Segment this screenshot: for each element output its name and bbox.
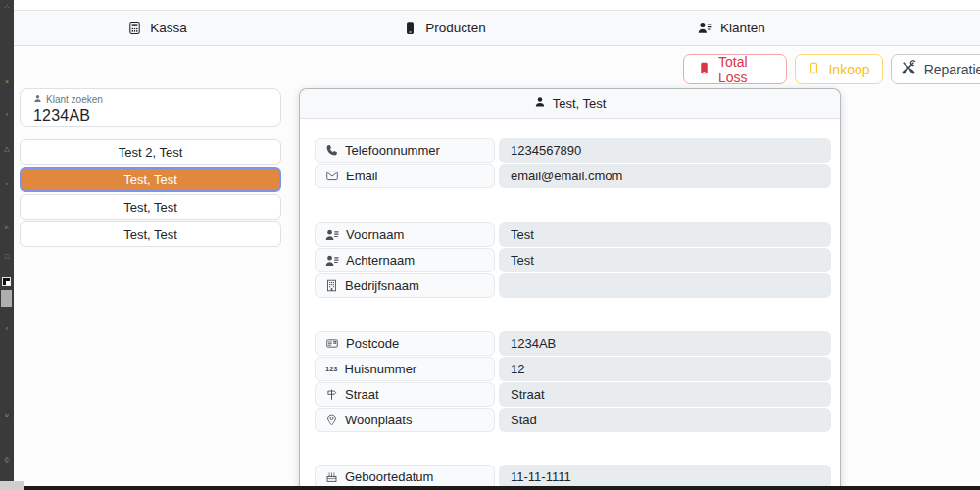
customer-list-item-selected[interactable]: Test, Test — [20, 167, 281, 192]
field-label: Postcode — [315, 331, 495, 356]
tab-kassa[interactable]: Kassa — [14, 11, 301, 45]
field-label-text: Achternaam — [346, 253, 415, 268]
field-value[interactable]: 12 — [499, 357, 831, 381]
field-label: Achternaam — [315, 248, 495, 272]
main-navbar: Kassa Producten Klanten V — [14, 10, 980, 46]
field-label: Straat — [315, 382, 495, 407]
strip-glyph-icon: v — [0, 412, 14, 419]
signpost-icon — [325, 388, 338, 401]
phone-outline-icon — [808, 61, 820, 78]
inkoop-button[interactable]: Inkoop — [795, 54, 883, 84]
tab-label: Kassa — [150, 21, 187, 35]
customer-detail-panel: Test, Test Telefoonnummer 1234567890 Ema… — [299, 88, 841, 490]
field-label-text: Geboortedatum — [345, 469, 433, 484]
person-lines-icon — [698, 21, 712, 35]
search-value: 1234AB — [33, 106, 268, 124]
field-row-achternaam: Achternaam Test — [315, 248, 831, 272]
strip-glyph-icon: △ — [0, 145, 14, 153]
field-row-voornaam: Voornaam Test — [315, 222, 831, 247]
field-row-telefoonnummer: Telefoonnummer 1234567890 — [315, 138, 831, 163]
strip-glyph-icon: ∴ — [0, 3, 14, 11]
field-label-text: Straat — [345, 387, 379, 402]
field-label-text: Telefoonnummer — [345, 143, 440, 158]
field-label: Telefoonnummer — [315, 138, 495, 163]
field-value[interactable] — [499, 273, 831, 298]
customer-list-item[interactable]: Test, Test — [20, 221, 281, 247]
field-row-email: Email email@email.cmom — [315, 164, 831, 188]
reparatie-button[interactable]: Reparatie — [891, 54, 980, 84]
total-loss-button[interactable]: Total Loss — [683, 54, 787, 84]
field-value[interactable]: Stad — [499, 408, 831, 432]
customer-list-item[interactable]: Test, Test — [20, 194, 281, 220]
field-value[interactable]: Straat — [499, 382, 831, 407]
field-row-straat: Straat Straat — [315, 382, 831, 407]
strip-glyph-icon: □ — [0, 253, 14, 261]
strip-glyph-icon: ▹ — [0, 223, 14, 231]
button-label: Inkoop — [828, 62, 869, 77]
field-label: Voornaam — [315, 222, 495, 247]
field-value[interactable]: 1234567890 — [499, 138, 831, 163]
postcard-icon — [325, 337, 339, 350]
numbers-123-icon: 123 — [325, 365, 338, 373]
field-value[interactable]: Test — [499, 222, 831, 247]
field-value[interactable]: Test — [499, 248, 831, 272]
search-label: Klant zoeken — [46, 94, 103, 106]
field-label-text: Woonplaats — [345, 413, 412, 427]
field-label: Bedrijfsnaam — [315, 273, 495, 298]
strip-glyph-icon: ‹ — [0, 111, 14, 119]
button-label: Total Loss — [718, 54, 772, 85]
field-row-postcode: Postcode 1234AB — [315, 331, 831, 356]
field-row-woonplaats: Woonplaats Stad — [315, 408, 831, 432]
person-lines-icon — [325, 228, 339, 242]
button-label: Reparatie — [924, 62, 980, 77]
panel-title: Test, Test — [553, 96, 607, 111]
tab-verkopen[interactable]: V — [875, 11, 980, 45]
customer-list-item[interactable]: Test 2, Test — [20, 139, 281, 165]
strip-glyph-icon: ‹ — [0, 325, 14, 333]
field-value[interactable]: email@email.cmom — [499, 164, 831, 188]
app-window: ∴ × ‹ △ ▫ ▹ □ ‹ v © Kassa Producten — [0, 0, 980, 490]
field-label-text: Email — [346, 169, 378, 183]
tab-producten[interactable]: Producten — [301, 11, 588, 45]
cash-register-icon — [127, 21, 142, 35]
person-icon — [33, 94, 42, 106]
field-label-text: Postcode — [346, 336, 399, 351]
customer-search-input[interactable]: Klant zoeken 1234AB — [20, 88, 281, 127]
field-label: 123 Huisnummer — [315, 357, 495, 381]
tab-label: Klanten — [720, 21, 765, 35]
cake-icon — [325, 470, 338, 483]
field-label-text: Bedrijfsnaam — [345, 278, 419, 293]
field-row-huisnummer: 123 Huisnummer 12 — [315, 357, 831, 381]
panel-header: Test, Test — [300, 89, 840, 119]
tab-klanten[interactable]: Klanten — [588, 11, 875, 45]
gray-swatch-icon — [1, 290, 12, 307]
person-icon — [534, 96, 546, 111]
search-label-row: Klant zoeken — [33, 94, 268, 106]
field-row-bedrijfsnaam: Bedrijfsnaam — [315, 273, 831, 298]
left-tool-strip: ∴ × ‹ △ ▫ ▹ □ ‹ v © — [0, 0, 14, 481]
envelope-icon — [325, 170, 339, 182]
strip-glyph-icon: © — [0, 457, 14, 465]
top-margin — [14, 0, 980, 10]
phone-icon — [403, 21, 417, 35]
phone-receiver-icon — [325, 144, 338, 157]
color-swatch-icon — [2, 277, 11, 286]
strip-footer — [0, 481, 24, 490]
geo-pin-icon — [325, 414, 338, 426]
bottom-edge-bar — [24, 486, 980, 490]
field-label-text: Voornaam — [346, 227, 404, 242]
field-label: Email — [315, 164, 495, 188]
field-value[interactable]: 1234AB — [499, 331, 831, 356]
tab-label: Producten — [425, 21, 486, 35]
field-label-text: Huisnummer — [345, 362, 417, 376]
customer-list: Test 2, Test Test, Test Test, Test Test,… — [20, 139, 281, 249]
phone-fill-icon — [698, 61, 710, 78]
strip-glyph-icon: ▫ — [0, 180, 14, 188]
field-label: Woonplaats — [315, 408, 495, 432]
person-lines-icon — [325, 254, 339, 268]
tools-icon — [901, 60, 916, 78]
strip-glyph-icon: × — [0, 78, 14, 86]
building-icon — [325, 279, 338, 292]
